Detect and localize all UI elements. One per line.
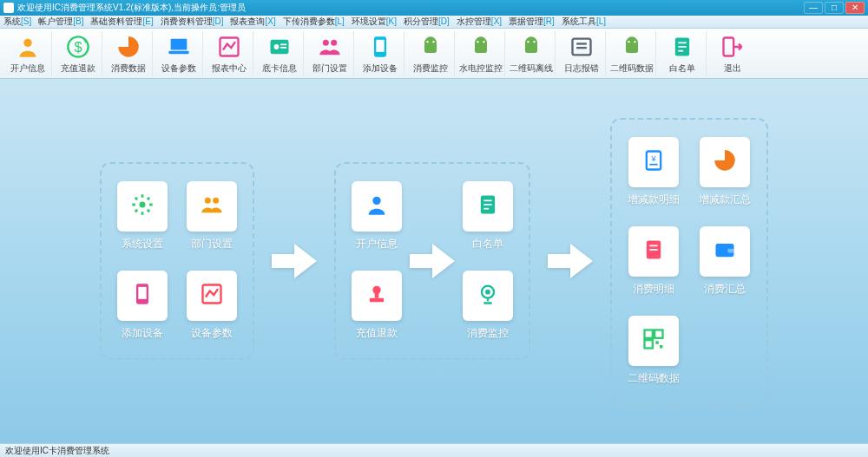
card-tile [187, 271, 237, 321]
menu-item[interactable]: 票据管理[R] [509, 16, 555, 28]
chart-icon [215, 33, 243, 61]
menu-item[interactable]: 系统工具[L] [562, 16, 606, 28]
recharge-btn[interactable]: $充值退款 [54, 31, 102, 76]
menu-item[interactable]: 水控管理[X] [457, 16, 502, 28]
menu-item[interactable]: 环境设置[K] [352, 16, 397, 28]
app-icon [3, 3, 14, 13]
card-tile [463, 181, 513, 232]
svg-point-32 [213, 198, 219, 204]
tool-label: 添加设备 [363, 62, 398, 75]
open-account-btn[interactable]: 开户信息 [3, 31, 52, 76]
tool-label: 二维码数据 [610, 62, 654, 75]
add-device-card[interactable]: 添加设备 [117, 271, 168, 341]
inc-detail-card[interactable]: ¥增减款明细 [628, 137, 680, 207]
consume-btn[interactable]: 消费数据 [104, 31, 153, 76]
svg-text:¥: ¥ [650, 154, 656, 163]
svg-point-36 [372, 197, 380, 205]
menu-item[interactable]: 帐户管理[B] [38, 16, 83, 28]
card-label: 消费汇总 [704, 282, 746, 297]
hydro-btn[interactable]: 水电控监控 [457, 31, 505, 76]
maximize-button[interactable]: □ [825, 2, 844, 14]
dept-settings-card[interactable]: 部门设置 [187, 181, 237, 251]
consume-summary-card[interactable]: 消费汇总 [699, 226, 751, 297]
add-device-btn[interactable]: 添加设备 [356, 31, 404, 76]
menu-item[interactable]: 基础资料管理[E] [90, 16, 153, 28]
minimize-button[interactable]: — [804, 2, 823, 14]
menu-item[interactable]: 消费资料管理[D] [161, 16, 224, 28]
android-icon [517, 33, 545, 61]
pie-icon [713, 148, 737, 176]
tool-label: 消费监控 [413, 62, 448, 75]
card-tile [700, 226, 750, 277]
cam-icon [476, 282, 500, 310]
dept-btn[interactable]: 部门设置 [306, 31, 354, 76]
qr-btn[interactable]: 二维码离线 [507, 31, 556, 76]
card-label: 白名单 [472, 237, 503, 251]
menu-item[interactable]: 积分管理[D] [404, 16, 450, 28]
svg-rect-42 [375, 293, 379, 298]
svg-point-14 [426, 41, 428, 42]
svg-point-0 [23, 38, 31, 46]
stamp-icon [365, 282, 389, 310]
tool-label: 开户信息 [10, 62, 45, 75]
consume-monitor-btn[interactable]: 消费监控 [406, 31, 455, 76]
content-area: 系统设置部门设置添加设备设备参数 开户信息白名单充值退款消费监控 ¥增减款明细增… [0, 79, 868, 443]
svg-rect-56 [645, 340, 653, 348]
qr-data-btn[interactable]: 二维码数据 [608, 31, 656, 76]
svg-rect-13 [376, 39, 384, 51]
consume-detail-card[interactable]: 消费明细 [628, 226, 680, 297]
card-label: 开户信息 [356, 237, 398, 251]
card-tile [628, 226, 679, 277]
users-icon [200, 193, 224, 220]
log-btn[interactable]: 日志报错 [557, 31, 606, 76]
device-param-btn[interactable]: 设备参数 [155, 31, 203, 76]
report-btn[interactable]: 报表中心 [205, 31, 253, 76]
svg-point-17 [483, 41, 484, 42]
svg-point-30 [140, 202, 146, 208]
sys-settings-card[interactable]: 系统设置 [117, 181, 168, 251]
close-button[interactable]: ✕ [845, 2, 865, 14]
tool-label: 报表中心 [212, 62, 247, 75]
svg-rect-58 [660, 345, 663, 349]
card-tile [628, 316, 679, 366]
user-icon [365, 193, 389, 220]
toolbar: 开户信息$充值退款消费数据设备参数报表中心底卡信息部门设置添加设备消费监控水电控… [0, 29, 868, 79]
qr-data-card[interactable]: 二维码数据 [628, 316, 680, 386]
menu-item[interactable]: 报表查询[X] [230, 16, 275, 28]
svg-rect-4 [168, 50, 188, 54]
device-icon [366, 33, 394, 61]
inc-summary-card[interactable]: 增减款汇总 [699, 137, 751, 207]
statusbar: 欢迎使用IC卡消费管理系统 [0, 443, 868, 457]
card-tile: ¥ [628, 137, 679, 187]
device-icon [130, 282, 155, 310]
recharge-card[interactable]: 充值退款 [352, 271, 402, 341]
card-tile [700, 137, 750, 187]
svg-rect-8 [280, 43, 286, 45]
open-account-card[interactable]: 开户信息 [352, 181, 402, 251]
menu-item[interactable]: 下传消费参数[L] [283, 16, 345, 28]
tool-label: 设备参数 [161, 62, 196, 75]
svg-text:$: $ [74, 38, 82, 54]
svg-point-18 [527, 41, 529, 42]
android-icon [417, 33, 444, 61]
wallet-icon [713, 238, 737, 265]
device-param-card[interactable]: 设备参数 [187, 271, 237, 341]
android-icon [618, 33, 646, 61]
tool-label: 消费数据 [111, 62, 146, 75]
card-btn[interactable]: 底卡信息 [255, 31, 304, 76]
exit-btn[interactable]: 退出 [708, 31, 757, 76]
whitelist-btn[interactable]: 白名单 [658, 31, 707, 76]
svg-rect-3 [170, 38, 187, 49]
gear-icon [130, 193, 155, 220]
svg-rect-9 [280, 47, 286, 49]
svg-rect-29 [724, 37, 734, 55]
tool-label: 日志报错 [564, 62, 599, 75]
svg-rect-57 [655, 341, 659, 344]
card-label: 系统设置 [122, 237, 163, 251]
monitor-card[interactable]: 消费监控 [463, 271, 513, 341]
tool-label: 底卡信息 [262, 62, 297, 75]
titlebar: 欢迎使用IC消费管理系统V1.2(标准版本),当前操作员:管理员 — □ ✕ [0, 0, 868, 16]
menu-item[interactable]: 系统[S] [3, 16, 31, 28]
dollar-icon: $ [64, 33, 92, 61]
whitelist-card[interactable]: 白名单 [463, 181, 513, 251]
